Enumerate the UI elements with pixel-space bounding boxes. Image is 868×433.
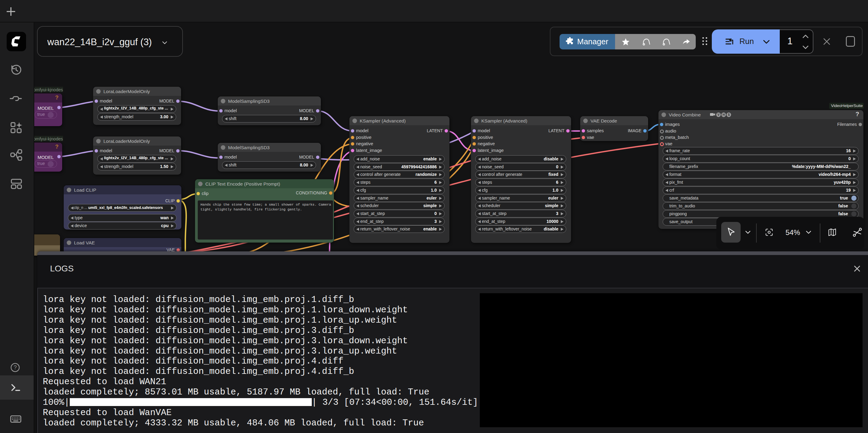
svg-text:S: S (728, 113, 730, 117)
svg-text:V: V (718, 113, 720, 117)
svg-text:?: ? (14, 364, 17, 371)
svg-text:H: H (722, 113, 724, 117)
